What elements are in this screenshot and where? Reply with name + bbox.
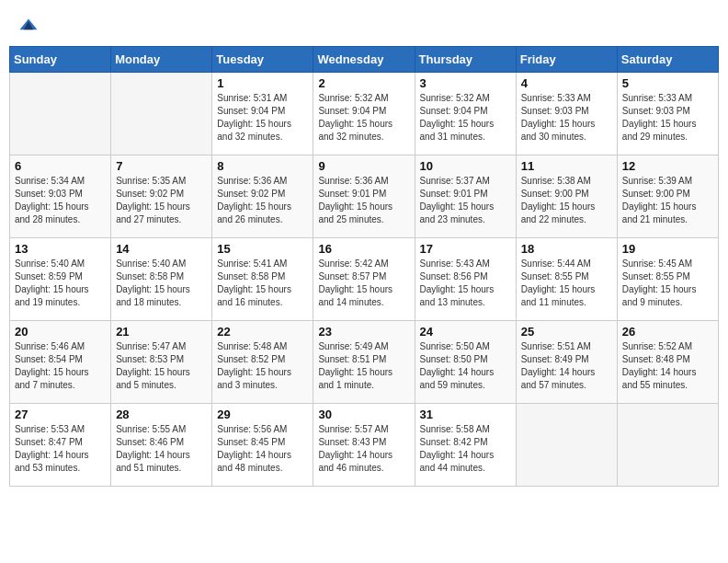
calendar-cell: 27Sunrise: 5:53 AMSunset: 8:47 PMDayligh… (10, 404, 111, 487)
day-info: Sunrise: 5:36 AMSunset: 9:01 PMDaylight:… (318, 175, 409, 226)
day-number: 11 (521, 159, 612, 173)
calendar-week-row: 13Sunrise: 5:40 AMSunset: 8:59 PMDayligh… (10, 238, 719, 321)
day-number: 3 (420, 76, 511, 90)
calendar-cell: 20Sunrise: 5:46 AMSunset: 8:54 PMDayligh… (10, 321, 111, 404)
calendar-cell: 4Sunrise: 5:33 AMSunset: 9:03 PMDaylight… (516, 73, 617, 155)
day-number: 7 (116, 159, 207, 173)
day-number: 31 (420, 408, 511, 421)
day-number: 23 (318, 325, 409, 339)
day-number: 30 (318, 408, 409, 421)
day-info: Sunrise: 5:38 AMSunset: 9:00 PMDaylight:… (521, 175, 612, 226)
day-number: 14 (116, 242, 207, 256)
day-info: Sunrise: 5:50 AMSunset: 8:50 PMDaylight:… (420, 340, 511, 392)
calendar-cell: 30Sunrise: 5:57 AMSunset: 8:43 PMDayligh… (313, 404, 415, 487)
day-number: 5 (622, 76, 713, 90)
calendar-cell: 24Sunrise: 5:50 AMSunset: 8:50 PMDayligh… (415, 321, 516, 404)
weekday-header: Wednesday (313, 47, 415, 73)
logo-text (17, 13, 39, 35)
day-number: 25 (521, 325, 612, 339)
calendar-header-row: SundayMondayTuesdayWednesdayThursdayFrid… (10, 47, 719, 73)
calendar-cell: 7Sunrise: 5:35 AMSunset: 9:02 PMDaylight… (111, 155, 212, 238)
calendar-cell: 13Sunrise: 5:40 AMSunset: 8:59 PMDayligh… (10, 238, 111, 321)
day-number: 2 (318, 76, 409, 90)
day-info: Sunrise: 5:48 AMSunset: 8:52 PMDaylight:… (217, 340, 308, 392)
day-number: 17 (420, 242, 511, 256)
day-info: Sunrise: 5:43 AMSunset: 8:56 PMDaylight:… (420, 258, 511, 309)
calendar-cell: 15Sunrise: 5:41 AMSunset: 8:58 PMDayligh… (212, 238, 313, 321)
day-number: 18 (521, 242, 612, 256)
day-number: 27 (15, 408, 106, 421)
calendar-week-row: 1Sunrise: 5:31 AMSunset: 9:04 PMDaylight… (10, 73, 719, 155)
calendar-cell: 3Sunrise: 5:32 AMSunset: 9:04 PMDaylight… (415, 73, 516, 155)
calendar-cell: 23Sunrise: 5:49 AMSunset: 8:51 PMDayligh… (313, 321, 415, 404)
calendar-cell: 1Sunrise: 5:31 AMSunset: 9:04 PMDaylight… (212, 73, 313, 155)
calendar-cell: 17Sunrise: 5:43 AMSunset: 8:56 PMDayligh… (415, 238, 516, 321)
day-info: Sunrise: 5:57 AMSunset: 8:43 PMDaylight:… (318, 423, 409, 475)
day-info: Sunrise: 5:37 AMSunset: 9:01 PMDaylight:… (420, 175, 511, 226)
day-info: Sunrise: 5:31 AMSunset: 9:04 PMDaylight:… (217, 92, 308, 144)
calendar-cell: 21Sunrise: 5:47 AMSunset: 8:53 PMDayligh… (111, 321, 212, 404)
logo-icon (18, 15, 39, 35)
day-number: 10 (420, 159, 511, 173)
calendar-cell (111, 73, 212, 155)
day-info: Sunrise: 5:33 AMSunset: 9:03 PMDaylight:… (521, 92, 612, 144)
day-number: 16 (318, 242, 409, 256)
calendar-cell: 18Sunrise: 5:44 AMSunset: 8:55 PMDayligh… (516, 238, 617, 321)
calendar-cell (10, 73, 111, 155)
day-number: 29 (217, 408, 308, 421)
day-info: Sunrise: 5:45 AMSunset: 8:55 PMDaylight:… (622, 258, 713, 309)
day-info: Sunrise: 5:52 AMSunset: 8:48 PMDaylight:… (622, 340, 713, 392)
calendar-cell: 10Sunrise: 5:37 AMSunset: 9:01 PMDayligh… (415, 155, 516, 238)
calendar-cell: 31Sunrise: 5:58 AMSunset: 8:42 PMDayligh… (415, 404, 516, 487)
day-info: Sunrise: 5:42 AMSunset: 8:57 PMDaylight:… (318, 258, 409, 309)
calendar-cell (516, 404, 617, 487)
calendar-week-row: 27Sunrise: 5:53 AMSunset: 8:47 PMDayligh… (10, 404, 719, 487)
day-number: 26 (622, 325, 713, 339)
calendar-cell: 2Sunrise: 5:32 AMSunset: 9:04 PMDaylight… (313, 73, 415, 155)
day-number: 22 (217, 325, 308, 339)
day-number: 4 (521, 76, 612, 90)
page-header (9, 9, 719, 39)
calendar-week-row: 6Sunrise: 5:34 AMSunset: 9:03 PMDaylight… (10, 155, 719, 238)
calendar-cell: 19Sunrise: 5:45 AMSunset: 8:55 PMDayligh… (617, 238, 718, 321)
day-info: Sunrise: 5:34 AMSunset: 9:03 PMDaylight:… (15, 175, 106, 226)
day-number: 6 (15, 159, 106, 173)
calendar-cell: 9Sunrise: 5:36 AMSunset: 9:01 PMDaylight… (313, 155, 415, 238)
calendar-cell: 6Sunrise: 5:34 AMSunset: 9:03 PMDaylight… (10, 155, 111, 238)
day-number: 12 (622, 159, 713, 173)
day-info: Sunrise: 5:49 AMSunset: 8:51 PMDaylight:… (318, 340, 409, 392)
calendar-cell: 5Sunrise: 5:33 AMSunset: 9:03 PMDaylight… (617, 73, 718, 155)
calendar-cell: 16Sunrise: 5:42 AMSunset: 8:57 PMDayligh… (313, 238, 415, 321)
weekday-header: Monday (111, 47, 212, 73)
day-info: Sunrise: 5:35 AMSunset: 9:02 PMDaylight:… (116, 175, 207, 226)
calendar-cell: 22Sunrise: 5:48 AMSunset: 8:52 PMDayligh… (212, 321, 313, 404)
day-info: Sunrise: 5:32 AMSunset: 9:04 PMDaylight:… (318, 92, 409, 144)
day-info: Sunrise: 5:33 AMSunset: 9:03 PMDaylight:… (622, 92, 713, 144)
day-info: Sunrise: 5:51 AMSunset: 8:49 PMDaylight:… (521, 340, 612, 392)
calendar-cell (617, 404, 718, 487)
day-number: 8 (217, 159, 308, 173)
day-number: 13 (15, 242, 106, 256)
day-info: Sunrise: 5:44 AMSunset: 8:55 PMDaylight:… (521, 258, 612, 309)
day-number: 19 (622, 242, 713, 256)
day-info: Sunrise: 5:56 AMSunset: 8:45 PMDaylight:… (217, 423, 308, 475)
day-info: Sunrise: 5:36 AMSunset: 9:02 PMDaylight:… (217, 175, 308, 226)
day-number: 1 (217, 76, 308, 90)
day-info: Sunrise: 5:58 AMSunset: 8:42 PMDaylight:… (420, 423, 511, 475)
day-info: Sunrise: 5:55 AMSunset: 8:46 PMDaylight:… (116, 423, 207, 475)
day-number: 9 (318, 159, 409, 173)
day-info: Sunrise: 5:40 AMSunset: 8:58 PMDaylight:… (116, 258, 207, 309)
weekday-header: Sunday (10, 47, 111, 73)
day-info: Sunrise: 5:40 AMSunset: 8:59 PMDaylight:… (15, 258, 106, 309)
day-info: Sunrise: 5:47 AMSunset: 8:53 PMDaylight:… (116, 340, 207, 392)
calendar-cell: 29Sunrise: 5:56 AMSunset: 8:45 PMDayligh… (212, 404, 313, 487)
day-info: Sunrise: 5:41 AMSunset: 8:58 PMDaylight:… (217, 258, 308, 309)
day-info: Sunrise: 5:32 AMSunset: 9:04 PMDaylight:… (420, 92, 511, 144)
calendar-cell: 28Sunrise: 5:55 AMSunset: 8:46 PMDayligh… (111, 404, 212, 487)
weekday-header: Thursday (415, 47, 516, 73)
weekday-header: Tuesday (212, 47, 313, 73)
day-number: 24 (420, 325, 511, 339)
calendar-cell: 26Sunrise: 5:52 AMSunset: 8:48 PMDayligh… (617, 321, 718, 404)
calendar-table: SundayMondayTuesdayWednesdayThursdayFrid… (9, 46, 719, 487)
day-info: Sunrise: 5:46 AMSunset: 8:54 PMDaylight:… (15, 340, 106, 392)
